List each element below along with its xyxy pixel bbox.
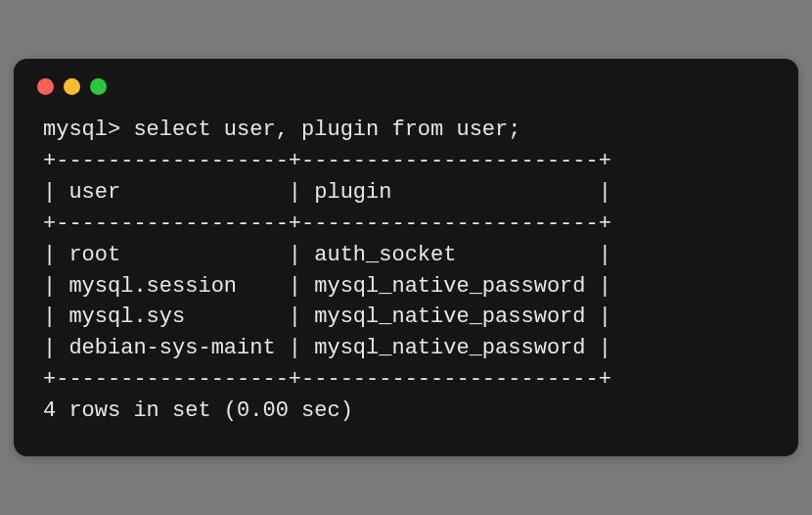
terminal-output: mysql> select user, plugin from user; +-… (14, 105, 798, 437)
terminal-window: mysql> select user, plugin from user; +-… (14, 59, 798, 456)
minimize-icon[interactable] (64, 78, 80, 95)
close-icon[interactable] (37, 78, 54, 95)
window-titlebar (14, 59, 798, 105)
maximize-icon[interactable] (90, 78, 107, 95)
